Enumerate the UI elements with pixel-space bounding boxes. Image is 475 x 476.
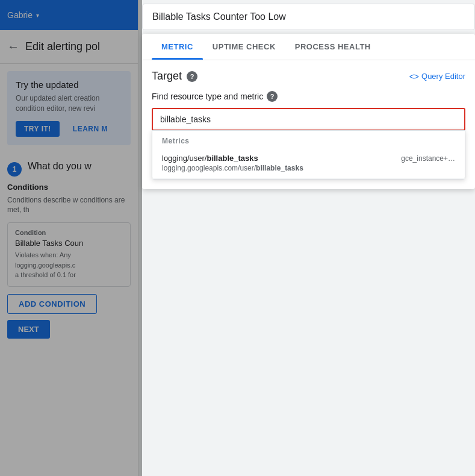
path-bold: billable_tasks xyxy=(206,154,258,163)
learn-more-button[interactable]: LEARN M xyxy=(64,121,116,137)
try-updated-desc: Our updated alert creation condition edi… xyxy=(16,93,122,114)
left-panel: Gabrie ▾ ← Edit alerting pol Try the upd… xyxy=(0,0,138,476)
condition-card-label: Condition xyxy=(15,229,123,236)
metric-dropdown: Metrics logging/user/billable_tasks gce_… xyxy=(152,130,465,180)
right-panel: METRIC UPTIME CHECK PROCESS HEALTH Targe… xyxy=(142,0,475,476)
find-resource-help-icon[interactable]: ? xyxy=(267,91,278,102)
target-title-group: Target ? xyxy=(152,70,197,83)
sub-prefix: logging.googleapis.com/user/ xyxy=(162,164,256,172)
try-it-button[interactable]: TRY IT! xyxy=(16,121,60,137)
step-header: 1 What do you w xyxy=(7,161,131,177)
target-header: Target ? <> Query Editor xyxy=(152,70,465,83)
tabs-row: METRIC UPTIME CHECK PROCESS HEALTH xyxy=(142,34,475,60)
metric-search-input[interactable] xyxy=(160,114,457,124)
conditions-desc: Conditions describe w conditions are met… xyxy=(7,195,131,216)
dropdown-section-label: Metrics xyxy=(152,131,465,148)
conditions-label: Conditions xyxy=(7,183,131,192)
try-updated-title: Try the updated xyxy=(16,80,122,90)
code-icon: <> xyxy=(409,72,419,81)
find-resource-label: Find resource type and metric ? xyxy=(152,91,465,102)
path-prefix: logging/user/ xyxy=(162,154,206,163)
condition-card-detail2: logging.googleapis.c xyxy=(15,260,123,271)
dropdown-item-resource: gce_instance+… xyxy=(401,154,455,163)
tab-uptime-check[interactable]: UPTIME CHECK xyxy=(203,34,285,60)
sub-bold: billable_tasks xyxy=(256,164,303,172)
dropdown-item-path: logging/user/billable_tasks xyxy=(162,154,258,163)
condition-card-detail1: Violates when: Any xyxy=(15,250,123,260)
target-section: Target ? <> Query Editor Find resource t… xyxy=(142,60,475,189)
user-name: Gabrie xyxy=(7,10,33,20)
tab-process-health[interactable]: PROCESS HEALTH xyxy=(285,34,380,60)
top-bar: Gabrie ▾ xyxy=(0,0,138,30)
back-arrow-icon[interactable]: ← xyxy=(7,40,19,54)
help-icon[interactable]: ? xyxy=(187,71,197,82)
query-editor-label: Query Editor xyxy=(421,72,465,81)
try-updated-buttons: TRY IT! LEARN M xyxy=(16,121,122,137)
add-condition-button[interactable]: ADD CONDITION xyxy=(7,294,97,314)
user-menu[interactable]: Gabrie ▾ xyxy=(7,10,39,20)
modal-panel: METRIC UPTIME CHECK PROCESS HEALTH Targe… xyxy=(142,34,475,189)
dropdown-item-main: logging/user/billable_tasks gce_instance… xyxy=(162,154,455,163)
tab-metric[interactable]: METRIC xyxy=(152,34,203,60)
metric-search-wrapper xyxy=(152,108,465,131)
edit-alerting-header: ← Edit alerting pol xyxy=(0,30,138,64)
alert-policy-name-input[interactable] xyxy=(152,11,465,22)
dropdown-item-sub: logging.googleapis.com/user/billable_tas… xyxy=(162,164,455,172)
chevron-down-icon: ▾ xyxy=(36,12,39,19)
query-editor-link[interactable]: <> Query Editor xyxy=(409,72,465,81)
step-section: 1 What do you w Conditions Conditions de… xyxy=(0,152,138,347)
edit-alerting-title: Edit alerting pol xyxy=(25,40,100,53)
dropdown-item[interactable]: logging/user/billable_tasks gce_instance… xyxy=(152,148,465,179)
target-title: Target xyxy=(152,70,182,83)
try-updated-section: Try the updated Our updated alert creati… xyxy=(7,71,131,145)
condition-card-name: Billable Tasks Coun xyxy=(15,239,123,248)
step-badge: 1 xyxy=(7,162,22,177)
title-input-wrapper xyxy=(142,4,475,30)
next-button[interactable]: NEXT xyxy=(7,320,50,339)
condition-card-detail3: a threshold of 0.1 for xyxy=(15,270,123,280)
step-title: What do you w xyxy=(28,161,92,172)
condition-card: Condition Billable Tasks Coun Violates w… xyxy=(7,222,131,287)
